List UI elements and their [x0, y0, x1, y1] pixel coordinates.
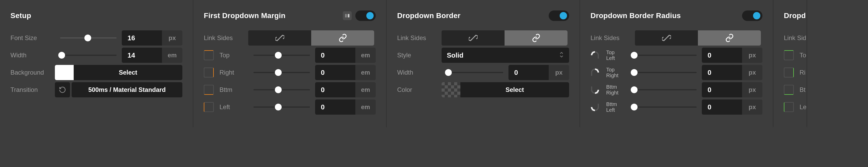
unit-radius-bl[interactable]: px	[742, 100, 763, 115]
select-border-style[interactable]: Solid	[441, 48, 569, 63]
row-transition: Transition 500ms / Material Standard	[10, 82, 182, 98]
panel-title: Dropdown Border Radius	[590, 11, 681, 20]
unit-radius-tl[interactable]: px	[742, 48, 763, 63]
side-top-icon	[784, 50, 794, 60]
input-radius-bl[interactable]: 0	[702, 100, 742, 115]
seg-unlink[interactable]	[248, 30, 311, 46]
panel-setup: Setup Font Size 16 px Width 14 em Backgr…	[0, 0, 193, 127]
slider-margin-bottom[interactable]	[253, 89, 310, 90]
unit-margin-top[interactable]: em	[355, 48, 376, 63]
panel-title: Setup	[10, 11, 31, 20]
slider-width[interactable]	[60, 55, 117, 56]
side-bottom-icon	[204, 85, 214, 95]
label-br: Bttm Right	[606, 84, 627, 95]
unit-radius-tr[interactable]: px	[742, 65, 763, 80]
panel-title: First Dropdown Margin	[204, 11, 286, 20]
label-tr: Top Right	[606, 67, 627, 78]
unit-border-width[interactable]: px	[549, 65, 569, 80]
corner-top-left-icon	[590, 51, 599, 60]
button-background-select[interactable]: Select	[74, 65, 182, 80]
layout-icon[interactable]	[343, 11, 352, 20]
chevron-updown-icon	[559, 51, 564, 59]
label-link-sides: Link Sides	[590, 34, 635, 41]
label-right: Right	[219, 69, 248, 76]
input-radius-tr[interactable]: 0	[702, 65, 742, 80]
label-font-size: Font Size	[10, 34, 55, 41]
label-bl: Bttm Left	[606, 101, 627, 113]
slider-border-width[interactable]	[447, 72, 503, 73]
row-link-sides: Link Sides	[590, 30, 763, 46]
row-link-sides: Link Sides	[204, 30, 376, 46]
slider-radius-tr[interactable]	[632, 72, 696, 73]
panel-dropdown-border-radius: Dropdown Border Radius Link Sides	[580, 0, 773, 127]
panel-partial: Dropd Link Sid To Ri Bt Le	[773, 0, 807, 127]
button-border-color-select[interactable]: Select	[460, 82, 569, 98]
toggle-enable[interactable]	[355, 10, 376, 21]
input-margin-right[interactable]: 0	[315, 65, 355, 80]
input-margin-top[interactable]: 0	[315, 48, 355, 63]
input-radius-tl[interactable]: 0	[702, 48, 742, 63]
label-top: Top	[219, 52, 248, 59]
slider-margin-top[interactable]	[253, 55, 310, 56]
label-link-sides: Link Sides	[397, 34, 441, 41]
row-radius-bottom-left: Bttm Left 0 px	[590, 100, 763, 115]
input-font-size[interactable]: 16	[122, 30, 162, 46]
slider-margin-left[interactable]	[253, 107, 310, 108]
label-bottom: Bttm	[219, 86, 248, 93]
svg-rect-1	[348, 14, 349, 18]
row-radius-bottom-right: Bttm Right 0 px	[590, 82, 763, 98]
side-right-icon	[784, 67, 794, 78]
label-background: Background	[10, 69, 55, 76]
swatch-border-color[interactable]	[441, 82, 460, 98]
side-left-icon	[784, 102, 794, 112]
panel-first-dropdown-margin: First Dropdown Margin Link Sides To	[193, 0, 387, 127]
slider-font-size[interactable]	[60, 37, 117, 38]
swatch-background[interactable]	[55, 65, 74, 80]
row-radius-top-left: Top Left 0 px	[590, 48, 763, 63]
unit-font-size[interactable]: px	[162, 30, 182, 46]
corner-bottom-right-icon	[590, 85, 599, 94]
segmented-link-sides	[635, 30, 761, 46]
toggle-enable[interactable]	[742, 10, 763, 21]
input-border-width[interactable]: 0	[508, 65, 549, 80]
seg-link[interactable]	[698, 30, 761, 46]
side-left-icon	[204, 102, 214, 112]
row-margin-right: Right 0 em	[204, 65, 376, 80]
label-border-width: Width	[397, 69, 441, 76]
reset-icon[interactable]	[55, 82, 70, 98]
label-style: Style	[397, 52, 441, 59]
row-margin-bottom: Bttm 0 em	[204, 82, 376, 98]
slider-margin-right[interactable]	[253, 72, 310, 73]
segmented-link-sides	[248, 30, 374, 46]
seg-unlink[interactable]	[441, 30, 504, 46]
input-margin-left[interactable]: 0	[315, 100, 355, 115]
unit-radius-br[interactable]: px	[742, 82, 763, 98]
label-tl: Top Left	[606, 50, 627, 61]
svg-line-2	[277, 35, 283, 41]
corner-bottom-left-icon	[590, 103, 599, 112]
input-margin-bottom[interactable]: 0	[315, 82, 355, 98]
row-width: Width 14 em	[10, 48, 182, 63]
slider-radius-tl[interactable]	[632, 55, 696, 56]
seg-unlink[interactable]	[635, 30, 698, 46]
panel-dropdown-border: Dropdown Border Link Sides Style Solid	[387, 0, 580, 127]
slider-radius-bl[interactable]	[632, 107, 696, 108]
svg-line-3	[470, 35, 476, 41]
seg-link[interactable]	[311, 30, 374, 46]
seg-link[interactable]	[504, 30, 567, 46]
svg-line-4	[663, 35, 670, 41]
input-radius-br[interactable]: 0	[702, 82, 742, 98]
corner-top-right-icon	[590, 68, 599, 77]
unit-margin-bottom[interactable]: em	[355, 82, 376, 98]
unit-margin-right[interactable]: em	[355, 65, 376, 80]
row-border-color: Color Select	[397, 82, 569, 98]
toggle-enable[interactable]	[549, 10, 569, 21]
unit-margin-left[interactable]: em	[355, 100, 376, 115]
slider-radius-br[interactable]	[632, 89, 696, 90]
row-font-size: Font Size 16 px	[10, 30, 182, 46]
unit-width[interactable]: em	[162, 48, 182, 63]
input-width[interactable]: 14	[122, 48, 162, 63]
label-left: Left	[219, 103, 248, 111]
panel-title: Dropd	[784, 11, 806, 20]
button-transition[interactable]: 500ms / Material Standard	[71, 82, 182, 98]
